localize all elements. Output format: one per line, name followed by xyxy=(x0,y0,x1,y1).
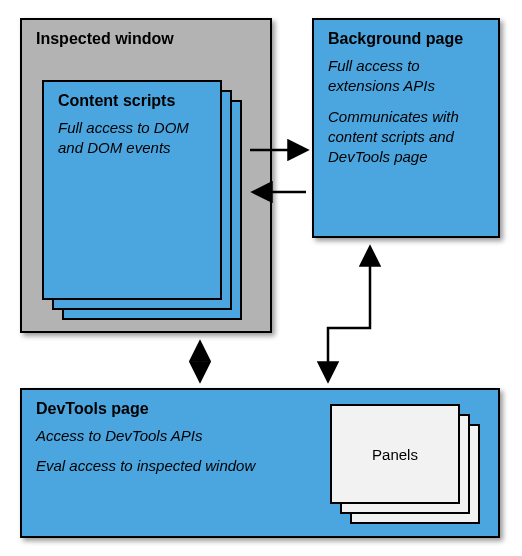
background-page-desc2: Communicates with content scripts and De… xyxy=(328,107,484,168)
content-scripts-title: Content scripts xyxy=(58,92,206,110)
content-scripts-paper-front: Content scripts Full access to DOM and D… xyxy=(42,80,222,300)
background-page-title: Background page xyxy=(328,30,484,48)
inspected-window-title: Inspected window xyxy=(36,30,256,48)
background-page-box: Background page Full access to extension… xyxy=(312,18,500,238)
content-scripts-stack: Content scripts Full access to DOM and D… xyxy=(42,80,242,320)
panels-paper-front: Panels xyxy=(330,404,460,504)
architecture-diagram: Inspected window Content scripts Full ac… xyxy=(0,0,522,556)
background-page-desc1: Full access to extensions APIs xyxy=(328,56,484,97)
panels-stack: Panels xyxy=(330,404,490,532)
arrow-background-devtools xyxy=(328,248,370,380)
content-scripts-desc: Full access to DOM and DOM events xyxy=(58,118,206,159)
panels-label: Panels xyxy=(372,446,418,463)
